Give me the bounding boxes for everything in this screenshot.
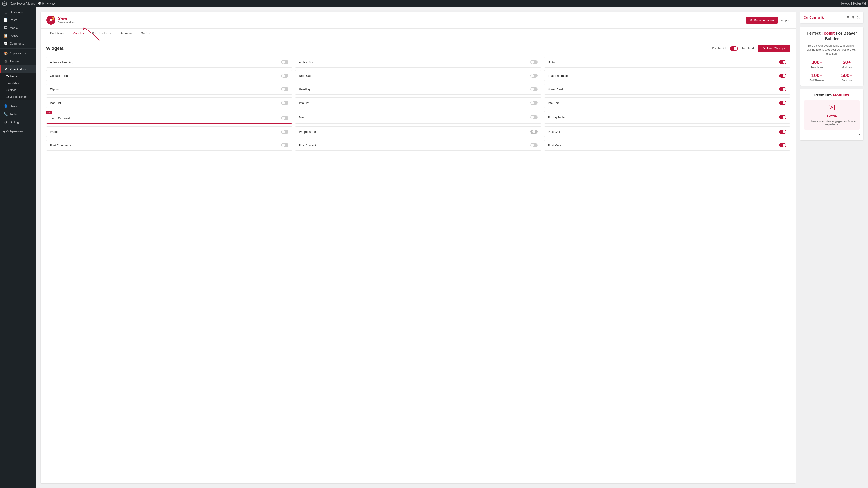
widget-post-grid: Post Grid: [544, 126, 790, 137]
sidebar-item-pages[interactable]: 📋 Pages: [0, 32, 36, 39]
widget-toggle[interactable]: [779, 115, 786, 119]
widget-toggle[interactable]: [530, 87, 537, 91]
sidebar-item-users[interactable]: 👤 Users: [0, 102, 36, 110]
stat-modules: 50+ Modules: [834, 59, 860, 69]
sidebar-item-xpro-addons[interactable]: ✕ Xpro Addons: [0, 65, 36, 73]
widget-toggle[interactable]: [779, 60, 786, 64]
module-desc: Enhance your site's engagement & user ex…: [807, 120, 856, 126]
widget-toggle[interactable]: [530, 130, 537, 134]
posts-icon: 📄: [3, 18, 8, 22]
stat-label: Sections: [834, 79, 860, 82]
widget-toggle[interactable]: [281, 87, 288, 91]
sidebar-item-media[interactable]: 🖼 Media: [0, 24, 36, 32]
widget-toggle[interactable]: [530, 74, 537, 78]
widget-toggle[interactable]: [281, 116, 288, 120]
stat-label: Modules: [834, 66, 860, 69]
widget-drop-cap: Drop Cap: [295, 70, 541, 81]
appearance-icon: 🎨: [3, 51, 8, 56]
logo-brand-accent: Xpro: [58, 17, 67, 21]
widget-name: Flipbox: [50, 88, 59, 91]
twitter-icon[interactable]: 𝕏: [857, 15, 860, 20]
svg-text:W: W: [3, 2, 6, 5]
widget-toggle[interactable]: [779, 101, 786, 105]
widget-toggle[interactable]: [281, 60, 288, 64]
logo-brand-text: Xpro: [58, 17, 75, 22]
submenu-templates[interactable]: Templates: [0, 80, 36, 87]
sidebar-item-appearance[interactable]: 🎨 Appearance: [0, 50, 36, 57]
sidebar-item-posts[interactable]: 📄 Posts: [0, 16, 36, 24]
svg-rect-8: [829, 105, 835, 110]
tab-go-pro[interactable]: Go Pro: [137, 29, 154, 38]
sidebar-item-label: Media: [10, 26, 18, 30]
sidebar: ⊞ Dashboard 📄 Posts 🖼 Media 📋 Pages 💬 Co…: [0, 7, 36, 488]
save-changes-button[interactable]: ⟳ Save Changes: [758, 45, 790, 52]
tab-integration[interactable]: Integration: [115, 29, 136, 38]
sidebar-item-label: Posts: [10, 18, 17, 22]
collapse-icon: ◀: [3, 130, 5, 133]
widget-toggle[interactable]: [779, 143, 786, 147]
submenu-label: Saved Templates: [6, 95, 27, 98]
widget-toggle[interactable]: [779, 130, 786, 134]
stat-sections: 500+ Sections: [834, 72, 860, 82]
comment-count[interactable]: 💬 0: [38, 2, 44, 5]
widget-toggle[interactable]: [281, 101, 288, 105]
widget-toggle[interactable]: [779, 74, 786, 78]
widget-name: Hover Card: [548, 88, 563, 91]
widget-name: Menu: [299, 116, 306, 119]
stat-label: Full Themes: [804, 79, 830, 82]
submenu-welcome[interactable]: Welcome: [0, 73, 36, 80]
stat-number: 500+: [834, 72, 860, 78]
svg-point-6: [53, 18, 54, 19]
submenu-saved-templates[interactable]: Saved Templates: [0, 94, 36, 100]
sidebar-item-label: Tools: [10, 112, 17, 116]
new-item[interactable]: + New: [47, 2, 55, 5]
widget-toggle[interactable]: [281, 74, 288, 78]
facebook-icon[interactable]: ⊞: [846, 15, 849, 20]
instagram-icon[interactable]: ◎: [851, 15, 855, 20]
widgets-header: Widgets Disable All Enable All ⟳ Save Ch…: [46, 45, 790, 52]
logo-graphic: X: [46, 15, 56, 25]
widget-name: Heading: [299, 88, 310, 91]
widget-toggle[interactable]: [779, 87, 786, 91]
sidebar-item-label: Xpro Addons: [10, 68, 26, 71]
widget-toggle[interactable]: [281, 130, 288, 134]
arrow-svg: [81, 27, 113, 42]
widget-heading: Heading: [295, 84, 541, 95]
sidebar-item-dashboard[interactable]: ⊞ Dashboard: [0, 8, 36, 16]
wp-logo-item[interactable]: W: [2, 1, 7, 6]
widget-photo: Photo: [46, 126, 292, 137]
submenu-settings[interactable]: Settings: [0, 87, 36, 94]
widget-toggle[interactable]: [530, 143, 537, 147]
widget-name: Pricing Table: [548, 116, 565, 119]
content-panel: X Xpro Beaver Addons: [41, 12, 796, 484]
logo-container: X Xpro Beaver Addons: [46, 15, 75, 25]
documentation-button[interactable]: ⊕ Documentation: [746, 17, 778, 24]
carousel-next-button[interactable]: ›: [859, 132, 860, 137]
toolkit-desc: Step up your design game with premium pl…: [804, 43, 860, 56]
widget-name: Post Meta: [548, 144, 561, 147]
support-button[interactable]: support: [780, 19, 790, 22]
widget-name: Post Comments: [50, 144, 71, 147]
widget-author-bio: Author Bio: [295, 57, 541, 68]
logo-sub-text: Beaver Addons: [58, 21, 75, 24]
widget-name: Contact Form: [50, 74, 68, 77]
widget-toggle[interactable]: [530, 115, 537, 119]
widget-name: Photo: [50, 130, 58, 133]
sidebar-item-settings[interactable]: ⚙ Settings: [0, 118, 36, 126]
sidebar-item-plugins[interactable]: 🔌 Plugins: [0, 57, 36, 65]
widget-name: Author Bio: [299, 61, 313, 64]
doc-icon: ⊕: [750, 19, 752, 22]
widget-toggle[interactable]: [530, 101, 537, 105]
collapse-menu-button[interactable]: ◀ Collapse menu: [0, 128, 36, 135]
module-card: Lottie Enhance your site's engagement & …: [804, 100, 860, 130]
tab-dashboard[interactable]: Dashboard: [46, 29, 69, 38]
admin-bar-left: W Xpro Beaver Addons 💬 0 + New: [2, 1, 55, 6]
widget-toggle[interactable]: [530, 60, 537, 64]
site-title[interactable]: Xpro Beaver Addons: [10, 2, 35, 5]
widget-toggle[interactable]: [281, 143, 288, 147]
carousel-prev-button[interactable]: ‹: [804, 132, 805, 137]
sidebar-item-comments[interactable]: 💬 Comments: [0, 39, 36, 47]
sidebar-item-tools[interactable]: 🔧 Tools: [0, 110, 36, 118]
main-toggle[interactable]: [730, 46, 738, 51]
stat-templates: 300+ Templates: [804, 59, 830, 69]
